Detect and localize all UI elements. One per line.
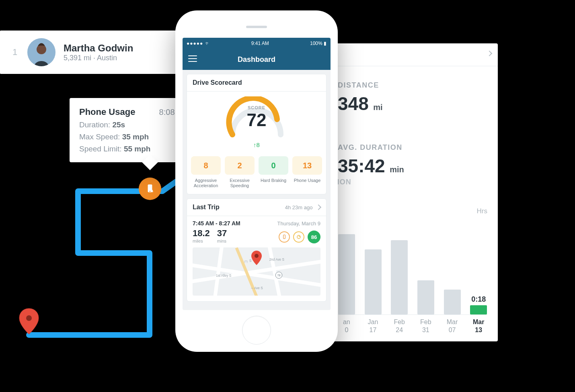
svg-text:1st Alley S: 1st Alley S [216,274,232,278]
metric-distance: DISTANCE 348 mi [338,81,487,114]
phone-usage-badge [279,231,290,243]
metric-avg-duration: AVG. DURATION 35:42 min [338,143,487,177]
home-button[interactable] [242,316,271,345]
trip-time-range: 7:45 AM - 8:27 AM [193,220,240,227]
chart-bar[interactable] [444,290,461,314]
axis-tick: Mar13 [470,318,487,334]
driver-card[interactable]: 1 Martha Godwin 5,391 mi · Austin [0,31,184,74]
chart-bar[interactable] [417,280,435,314]
chart-bar[interactable]: 0:18 [470,305,487,314]
map-pin-icon [251,251,262,267]
avatar [27,38,55,66]
phone-icon [145,184,155,194]
axis-tick: Feb31 [417,318,435,334]
app-title: Dashboard [238,55,275,64]
analytics-card: DISTANCE 348 mi ATION AVG. DURATION 35:4… [327,43,498,341]
axis-tick: Jan17 [364,318,382,334]
stage: 1 Martha Godwin 5,391 mi · Austin [0,0,575,392]
chevron-right-icon [316,204,321,210]
scorecard-section: Drive Scorecard SCORE 72 ↑8 8 Aggressive… [187,74,327,194]
signal-icon: ●●●●● ᯤ [187,41,210,46]
chart-bar[interactable] [390,240,408,314]
trip-date: Thursday, March 9 [277,220,320,227]
scorecard-title: Drive Scorecard [187,74,326,92]
trip-score-badge: 86 [308,231,320,243]
popover-duration: Duration: 25s [79,120,189,129]
score-tile-0[interactable]: 8 Aggressive Acceleration [191,156,221,188]
svg-point-14 [255,254,259,258]
tile-value: 0 [259,156,288,175]
status-time: 9:41 AM [251,41,269,46]
svg-rect-5 [283,235,285,239]
bar-value-label: 0:18 [471,295,486,304]
close-icon[interactable] [487,50,491,57]
last-trip-title: Last Trip [193,204,220,211]
svg-text:78: 78 [277,274,280,277]
avatar-image [27,38,55,66]
tile-value: 8 [191,156,221,175]
axis-tick: an0 [338,318,355,334]
popover-max-speed: Max Speed: 35 mph [79,133,189,141]
svg-text:─ Ave S: ─ Ave S [251,286,263,290]
chart-bar[interactable] [364,249,382,314]
chart-bar[interactable] [338,234,355,314]
score-tile-2[interactable]: 0 Hard Braking [259,156,288,188]
last-trip-ago: 4h 23m ago [285,204,320,210]
driver-info: Martha Godwin 5,391 mi · Austin [64,43,133,62]
last-trip-section[interactable]: Last Trip 4h 23m ago 7:45 AM - 8:27 AM T… [187,198,327,302]
svg-text:2nd Ave S: 2nd Ave S [269,258,285,261]
popover-title: Phone Usage [79,107,135,117]
phone-mock: ●●●●● ᯤ 9:41 AM 100% ▮ Dashboard Drive S… [175,10,338,352]
svg-text:┌┐ S: ┌┐ S [244,259,252,263]
status-bar: ●●●●● ᯤ 9:41 AM 100% ▮ [183,38,331,49]
score-gauge: SCORE 72 [224,96,289,141]
trip-badges: 86 [279,231,320,243]
weekly-chart: Hrs 0:18 an0Jan17Feb24Feb31Mar07Mar13 [338,210,487,334]
app-bar: Dashboard [183,49,331,70]
phone-screen: ●●●●● ᯤ 9:41 AM 100% ▮ Dashboard Drive S… [183,38,331,310]
popover-speed-limit: Speed Limit: 55 mph [79,145,189,153]
speeding-badge [293,231,304,243]
battery-icon: 100% ▮ [310,41,327,46]
tile-label: Excessive Speeding [225,178,255,188]
score-tile-3[interactable]: 13 Phone Usage [292,156,322,188]
tile-value: 2 [225,156,255,175]
tile-label: Phone Usage [292,178,322,183]
score-tile-1[interactable]: 2 Excessive Speeding [225,156,255,188]
trip-numbers: 18.2miles 37mins [193,228,227,243]
driver-meta: 5,391 mi · Austin [64,54,133,62]
svg-point-2 [26,315,32,321]
axis-tick: Feb24 [390,318,408,334]
driver-rank: 1 [10,47,19,57]
score-delta: ↑8 [253,141,260,148]
trip-map[interactable]: 1st Alley S ┌┐ S 2nd Ave S ─ Ave S 78 [193,247,320,296]
tile-value: 13 [292,156,322,175]
driver-name: Martha Godwin [64,43,133,54]
tile-label: Hard Braking [259,178,288,183]
phone-event-pin[interactable] [139,178,161,200]
tile-label: Aggressive Acceleration [191,178,221,188]
svg-point-4 [150,191,151,192]
axis-tick: Mar07 [444,318,461,334]
chart-y-label: Hrs [477,207,487,215]
hamburger-icon[interactable] [188,55,197,62]
